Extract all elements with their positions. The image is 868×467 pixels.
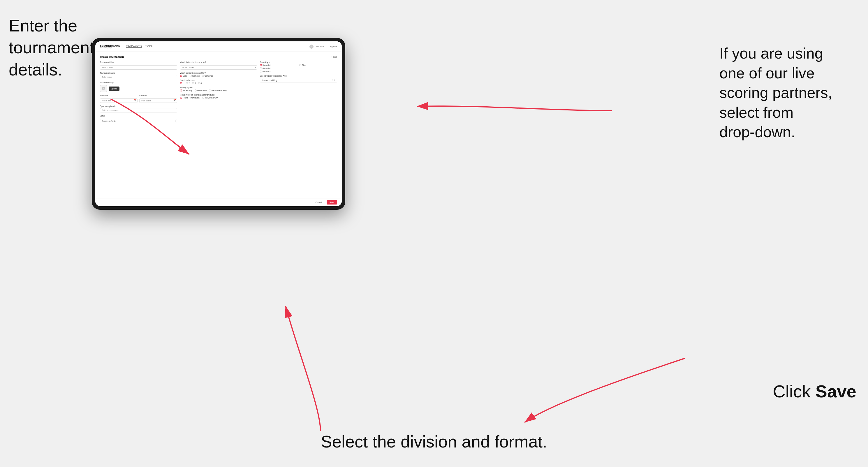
- annotation-top-right: If you are using one of our live scoring…: [719, 44, 859, 142]
- avatar: T: [309, 44, 313, 49]
- cancel-button[interactable]: Cancel: [313, 200, 324, 205]
- calendar-icon-end: 📅: [174, 99, 176, 101]
- start-date-input[interactable]: [100, 98, 137, 103]
- rounds-field: Number of rounds 1 2: [180, 79, 257, 84]
- rounds-label: Number of rounds: [180, 79, 257, 81]
- scoring-field: Scoring system Stroke Play Match Play: [180, 87, 257, 91]
- individuals-only-radio[interactable]: [202, 97, 204, 99]
- gender-combined-radio[interactable]: [202, 75, 204, 77]
- sponsor-field: Sponsor (optional): [100, 105, 177, 113]
- right-column: Format type 5 count 4 Other: [260, 61, 337, 123]
- venue-label: Venue: [100, 115, 177, 117]
- nav-links: TOURNAMENTS TEAMS: [126, 45, 152, 48]
- api-field: Use third-party live scoring API? Leader…: [260, 75, 337, 83]
- end-date-field: End date 📅: [139, 94, 177, 103]
- end-date-wrapper: 📅: [139, 97, 177, 103]
- gender-mens[interactable]: Mens: [180, 75, 187, 77]
- tablet-screen: SCOREBOARD Powered by Clippit TOURNAMENT…: [95, 41, 342, 206]
- scoring-match-radio[interactable]: [195, 89, 197, 91]
- format-5count4-label: 5 count 4: [262, 64, 270, 66]
- format-6count4[interactable]: 6 count 4: [260, 67, 298, 69]
- upload-button[interactable]: Upload: [109, 87, 120, 91]
- tournament-host-input[interactable]: [100, 65, 177, 70]
- sign-out-link[interactable]: Sign out: [330, 45, 337, 48]
- app-logo: SCOREBOARD Powered by Clippit: [100, 44, 120, 49]
- end-date-input[interactable]: [139, 98, 177, 103]
- gender-field: Which gender is the event for? Mens Wome…: [180, 72, 257, 77]
- gender-combined[interactable]: Combined: [202, 75, 213, 77]
- venue-input[interactable]: [100, 119, 177, 123]
- scoring-stroke-radio[interactable]: [180, 89, 182, 91]
- save-button[interactable]: Save: [327, 200, 337, 205]
- format-options-grid: 5 count 4 Other 6 count 4: [260, 64, 337, 72]
- rounds-1[interactable]: 1: [180, 82, 184, 84]
- rounds-3[interactable]: 3: [192, 82, 196, 84]
- api-value: Leaderboard King: [262, 79, 277, 81]
- page-header: Create Tournament ‹ Back: [100, 55, 337, 58]
- start-date-label: Start date: [100, 94, 137, 96]
- teams-label: Is this event for Teams and/or Individua…: [180, 94, 257, 96]
- tournament-host-field: Tournament Host: [100, 61, 177, 70]
- teams-radio-group: Teams (+Individuals) Individuals Only: [180, 97, 257, 99]
- scoring-medal-match-radio[interactable]: [209, 89, 211, 91]
- gender-label: Which gender is the event for?: [180, 72, 257, 74]
- gender-combined-label: Combined: [205, 75, 213, 77]
- nav-link-teams[interactable]: TEAMS: [145, 45, 152, 48]
- division-dropdown-icon: ▾: [255, 66, 256, 68]
- division-input[interactable]: [180, 65, 257, 70]
- scoring-stroke[interactable]: Stroke Play: [180, 89, 192, 91]
- api-clear-icon[interactable]: × ▾: [332, 79, 335, 81]
- tournament-name-label: Tournament name: [100, 72, 177, 74]
- rounds-3-radio[interactable]: [192, 82, 194, 84]
- nav-link-tournaments[interactable]: TOURNAMENTS: [126, 45, 142, 48]
- rounds-2[interactable]: 2: [186, 82, 190, 84]
- start-date-field: Start date 📅: [100, 94, 137, 103]
- division-field: Which division is the event for? ▾: [180, 61, 257, 70]
- api-label: Use third-party live scoring API?: [260, 75, 337, 77]
- back-link[interactable]: ‹ Back: [331, 56, 337, 58]
- tournament-name-input[interactable]: [100, 75, 177, 79]
- rounds-4-radio[interactable]: [198, 82, 200, 84]
- page-title: Create Tournament: [100, 55, 124, 58]
- rounds-2-radio[interactable]: [186, 82, 188, 84]
- format-6count5-label: 6 count 5: [262, 70, 270, 72]
- pipe-separator: |: [327, 45, 327, 48]
- logo-preview: 🖼: [100, 85, 107, 92]
- gender-mens-label: Mens: [183, 75, 187, 77]
- nav-right: T Test User | Sign out: [309, 44, 337, 49]
- user-name: Test User: [316, 45, 324, 48]
- format-6count4-radio[interactable]: [260, 67, 262, 69]
- teams-plus-individuals-radio[interactable]: [180, 97, 182, 99]
- rounds-2-label: 2: [188, 82, 190, 84]
- scoring-medal-match[interactable]: Medal Match Play: [209, 89, 227, 91]
- individuals-only-label: Individuals Only: [205, 97, 218, 99]
- format-5count4[interactable]: 5 count 4: [260, 64, 298, 66]
- teams-plus-individuals[interactable]: Teams (+Individuals): [180, 97, 200, 99]
- individuals-only[interactable]: Individuals Only: [202, 97, 218, 99]
- tournament-logo-label: Tournament logo: [100, 82, 177, 84]
- format-6count5-radio[interactable]: [260, 70, 262, 72]
- rounds-4[interactable]: 4: [198, 82, 202, 84]
- division-label: Which division is the event for?: [180, 61, 257, 63]
- api-input[interactable]: Leaderboard King × ▾: [260, 78, 337, 83]
- venue-dropdown-icon: ▾: [175, 119, 176, 122]
- sponsor-label: Sponsor (optional): [100, 105, 177, 107]
- teams-field: Is this event for Teams and/or Individua…: [180, 94, 257, 99]
- format-other-radio[interactable]: [299, 64, 301, 66]
- format-5count4-radio[interactable]: [260, 64, 262, 66]
- gender-radio-group: Mens Womens Combined: [180, 75, 257, 77]
- scoring-radio-group: Stroke Play Match Play Medal Match Play: [180, 89, 257, 91]
- scoring-match[interactable]: Match Play: [195, 89, 207, 91]
- rounds-radio-group: 1 2 3 4: [180, 82, 257, 84]
- gender-womens-radio[interactable]: [190, 75, 192, 77]
- tournament-logo-field: Tournament logo 🖼 Upload: [100, 82, 177, 92]
- rounds-1-radio[interactable]: [180, 82, 182, 84]
- sponsor-input[interactable]: [100, 108, 177, 113]
- form-layout: Tournament Host Tournament name Tourname…: [100, 61, 337, 123]
- gender-womens[interactable]: Womens: [190, 75, 200, 77]
- gender-mens-radio[interactable]: [180, 75, 182, 77]
- format-6count5[interactable]: 6 count 5: [260, 70, 298, 72]
- logo-upload-area: 🖼 Upload: [100, 85, 177, 92]
- rounds-4-label: 4: [201, 82, 202, 84]
- format-other[interactable]: Other: [299, 64, 337, 66]
